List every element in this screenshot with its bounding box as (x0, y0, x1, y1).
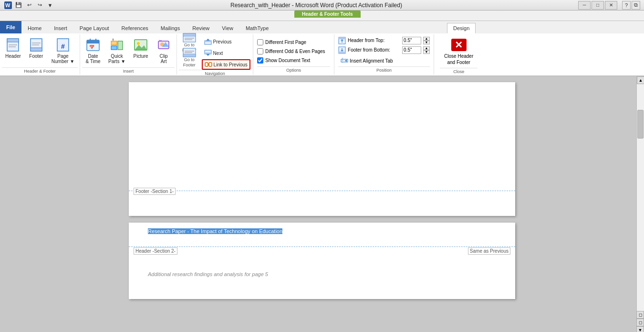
tab-design[interactable]: Design (447, 23, 476, 33)
paper-title: Research Paper - The Impact of Technolog… (148, 228, 282, 234)
scroll-thumb[interactable] (637, 110, 644, 139)
picture-icon (133, 37, 148, 53)
undo-quick-btn[interactable]: ↩ (25, 1, 33, 10)
scroll-page-down-btn[interactable]: ◻ (636, 319, 644, 326)
redo-quick-btn[interactable]: ↪ (35, 1, 44, 10)
help-btn[interactable]: ? (622, 1, 631, 10)
picture-label: Picture (134, 54, 148, 59)
tab-mailings[interactable]: Mailings (155, 23, 186, 33)
show-document-text-label: Show Document Text (265, 58, 310, 63)
page-2: Research Paper - The Impact of Technolog… (129, 223, 515, 299)
next-btn[interactable]: Next (202, 48, 250, 58)
quick-parts-label: QuickParts ▼ (108, 54, 125, 64)
quick-access-toolbar: W 💾 ↩ ↪ ▼ (4, 1, 54, 10)
title-bar: W 💾 ↩ ↪ ▼ Research_with_Header - Microso… (0, 0, 644, 11)
svg-marker-42 (206, 54, 210, 56)
svg-rect-38 (205, 41, 211, 42)
scroll-page-up-btn[interactable]: ◻ (636, 311, 644, 319)
options-group-label: Options (257, 66, 330, 73)
svg-rect-19 (118, 41, 123, 50)
different-first-page-label: Different First Page (265, 40, 306, 45)
page-number-icon: # (55, 37, 71, 53)
tab-insert[interactable]: Insert (48, 23, 73, 33)
svg-point-23 (137, 42, 140, 45)
header-dashed-line-page2 (129, 246, 515, 247)
header-spin-up[interactable]: ▲ (423, 37, 430, 41)
footer-from-bottom-input[interactable] (402, 46, 421, 54)
footer-btn[interactable]: Footer (25, 35, 47, 65)
tab-references[interactable]: References (115, 23, 155, 33)
svg-marker-39 (206, 39, 210, 41)
tab-review[interactable]: Review (186, 23, 216, 33)
different-first-page-check[interactable]: Different First Page (257, 39, 330, 45)
ribbon: Header Footer (0, 33, 644, 76)
show-document-text-check[interactable]: Show Document Text (257, 57, 330, 64)
minimize-btn[interactable]: ─ (578, 1, 591, 10)
quick-parts-icon (109, 37, 125, 53)
go-to-footer-btn[interactable]: Go toFooter (179, 51, 200, 64)
maximize-btn[interactable]: □ (592, 1, 604, 10)
svg-rect-41 (205, 53, 211, 54)
close-btn[interactable]: ✕ (605, 1, 617, 10)
clip-art-btn[interactable]: ✂ ClipArt (153, 35, 175, 65)
header-from-top-input[interactable] (402, 37, 421, 44)
header-btn-label: Header (5, 54, 21, 59)
svg-rect-17 (111, 41, 117, 45)
link-to-previous-label: Link to Previous (214, 62, 248, 67)
close-x-symbol: ✕ (455, 39, 463, 51)
svg-rect-44 (209, 63, 212, 66)
previous-label: Previous (213, 39, 232, 44)
restore-btn[interactable]: ⧉ (632, 1, 640, 10)
tab-view[interactable]: View (216, 23, 239, 33)
svg-rect-13 (87, 40, 99, 43)
close-header-footer-btn[interactable]: ✕ Close Headerand Footer (440, 36, 478, 68)
tab-page-layout[interactable]: Page Layout (73, 23, 115, 33)
different-odd-even-input[interactable] (257, 48, 263, 54)
show-document-text-input[interactable] (257, 57, 263, 64)
window-title: Research_with_Header - Microsoft Word (P… (54, 2, 578, 9)
body-text: Additional research findings and analysi… (148, 271, 268, 277)
different-first-page-input[interactable] (257, 39, 263, 45)
link-to-previous-btn[interactable]: Link to Previous (202, 59, 250, 70)
page-number-btn[interactable]: # PageNumber ▼ (48, 35, 78, 65)
scroll-track (637, 84, 644, 332)
date-time-icon: 📅 (85, 37, 101, 53)
different-odd-even-check[interactable]: Different Odd & Even Pages (257, 48, 330, 54)
header-position-icon (338, 37, 346, 44)
previous-btn[interactable]: Previous (202, 36, 250, 47)
footer-spin-down[interactable]: ▼ (423, 50, 430, 54)
date-time-btn[interactable]: 📅 Date& Time (82, 35, 104, 65)
hf-group-label: Header & Footer (2, 67, 78, 74)
insert-alignment-tab-btn[interactable]: Insert Alignment Tab (338, 56, 430, 66)
header-spin-down[interactable]: ▼ (423, 41, 430, 44)
hf-tools-contextual-label: Header & Footer Tools (294, 11, 361, 18)
clip-art-label: ClipArt (159, 54, 167, 64)
previous-icon (204, 38, 212, 45)
picture-btn[interactable]: Picture (130, 35, 152, 65)
header-btn[interactable]: Header (2, 35, 24, 65)
qa-dropdown[interactable]: ▼ (46, 1, 54, 10)
page-1-body (129, 82, 515, 187)
footer-area-1 (129, 187, 515, 212)
word-icon: W (4, 1, 12, 10)
tab-home[interactable]: Home (21, 23, 48, 33)
svg-rect-30 (183, 33, 196, 36)
header-icon (5, 37, 21, 53)
different-odd-even-label: Different Odd & Even Pages (265, 49, 325, 54)
quick-parts-btn[interactable]: QuickParts ▼ (105, 35, 129, 65)
insert-group-label: Insert (82, 67, 175, 74)
tab-file[interactable]: File (0, 21, 21, 33)
ribbon-tabs: File Home Insert Page Layout References … (0, 21, 644, 33)
document-area: Footer -Section 1- Research Paper - The … (0, 76, 644, 332)
close-header-footer-icon: ✕ (451, 39, 467, 51)
header-from-top-row: Header from Top: ▲ ▼ (338, 37, 430, 44)
link-icon (205, 61, 212, 68)
page-2-header-content: Research Paper - The Impact of Technolog… (129, 223, 515, 238)
ribbon-wrapper: Header & Footer Tools File Home Insert P… (0, 11, 644, 76)
footer-spin-up[interactable]: ▲ (423, 46, 430, 50)
scroll-up-btn[interactable]: ▲ (637, 76, 644, 84)
scroll-down-btn[interactable]: ▼ (636, 326, 644, 332)
tab-mathtype[interactable]: MathType (239, 23, 275, 33)
save-quick-btn[interactable]: 💾 (14, 1, 23, 10)
alignment-tab-icon (341, 57, 348, 65)
